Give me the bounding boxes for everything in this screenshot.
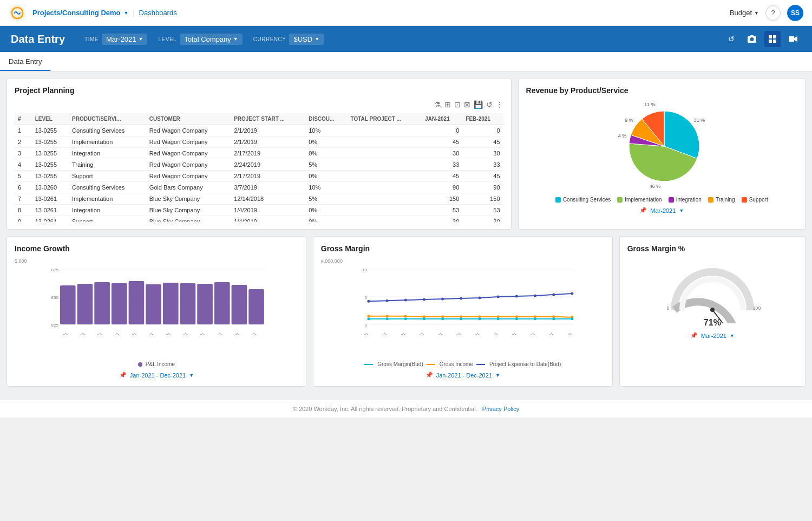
revenue-date-filter[interactable]: 📌 Mar-2021 ▼ [639, 207, 684, 214]
table-cell: 8 [15, 205, 32, 216]
pct-date-caret: ▼ [730, 333, 735, 338]
gross-margin-legend: Gross Margin(Bud)Gross IncomeProject Exp… [321, 361, 605, 367]
time-filter-value: Mar-2021 [106, 35, 136, 43]
table-cell: 45 [422, 136, 462, 148]
income-bar[interactable] [77, 284, 93, 324]
gross-margin-pct-card: Gross Margin % 020406080100 71% 📌 Mar-20… [619, 236, 806, 387]
tab-data-entry[interactable]: Data Entry [0, 52, 50, 71]
line-dot [552, 317, 555, 320]
legend-color [669, 197, 674, 203]
gross-y-label: 0 [364, 323, 367, 328]
income-bar[interactable] [214, 282, 230, 324]
income-bar[interactable] [112, 283, 127, 324]
table-cell: Red Wagon Company [146, 148, 231, 159]
table-row[interactable]: 713-0261ImplementationBlue Sky Company12… [15, 193, 503, 205]
export-icon[interactable]: ⊡ [454, 100, 461, 109]
privacy-policy-link[interactable]: Privacy Policy [482, 406, 519, 412]
brand-dropdown-icon[interactable]: ▼ [124, 10, 129, 16]
income-date-filter[interactable]: 📌 Jan-2021 - Dec-2021 ▼ [15, 372, 298, 379]
income-bar[interactable] [146, 284, 161, 324]
save-icon[interactable]: 💾 [474, 100, 483, 109]
table-cell: 53 [422, 205, 462, 216]
grid-view-button[interactable] [764, 31, 781, 47]
help-button[interactable]: ? [765, 5, 781, 21]
income-bar[interactable] [60, 285, 76, 324]
user-avatar[interactable]: SS [787, 5, 803, 21]
gross-legend-item: Gross Margin(Bud) [364, 361, 423, 367]
x-axis-label: Nov 2021 [225, 331, 240, 335]
table-cell: 90 [422, 182, 462, 193]
refresh-button[interactable]: ↺ [723, 31, 739, 47]
table-cell: Support [69, 171, 146, 182]
table-cell: 12/14/2018 [231, 193, 305, 205]
currency-filter-caret: ▼ [315, 36, 319, 42]
income-bar[interactable] [197, 284, 213, 324]
line-dot [571, 317, 573, 320]
gross-margin-date-filter[interactable]: 📌 Jan-2021 - Dec-2021 ▼ [321, 372, 605, 379]
level-filter-dropdown[interactable]: Total Company ▼ [180, 34, 243, 45]
table-scroll-area[interactable]: #LEVELPRODUCT/SERVI...CUSTOMERPROJECT ST… [15, 113, 503, 222]
level-filter-group: LEVEL Total Company ▼ [158, 34, 242, 45]
income-bar[interactable] [94, 282, 110, 324]
dashboards-link[interactable]: Dashboards [139, 9, 177, 17]
gross-margin-pct-title: Gross Margin % [627, 244, 797, 253]
table-cell: 33 [422, 159, 462, 171]
svg-rect-1 [769, 35, 772, 38]
income-bar[interactable] [180, 283, 196, 324]
income-bar[interactable] [163, 283, 179, 324]
table-cell: 2/24/2019 [231, 159, 305, 171]
income-bar[interactable] [248, 289, 264, 324]
x-axis-label: Jun 2021 [140, 331, 154, 335]
table-header-cell: PROJECT START ... [231, 113, 305, 125]
import-icon[interactable]: ⊠ [464, 100, 470, 109]
legend-color [555, 197, 561, 203]
table-row[interactable]: 813-0261IntegrationBlue Sky Company1/4/2… [15, 205, 503, 216]
legend-text: Consulting Services [563, 197, 611, 203]
brand-name: Projects/Consulting Demo [32, 9, 121, 17]
video-button[interactable] [785, 31, 801, 47]
workday-logo[interactable] [9, 4, 26, 22]
more-icon[interactable]: ⋮ [496, 100, 503, 109]
table-cell: Training [69, 159, 146, 171]
filter2-icon[interactable]: ⊞ [444, 100, 451, 109]
currency-filter-dropdown[interactable]: $USD ▼ [289, 34, 324, 45]
project-table: #LEVELPRODUCT/SERVI...CUSTOMERPROJECT ST… [15, 113, 503, 222]
table-row[interactable]: 413-0255TrainingRed Wagon Company2/24/20… [15, 159, 503, 171]
legend-color [708, 197, 713, 203]
table-row[interactable]: 513-0255SupportRed Wagon Company2/17/201… [15, 171, 503, 182]
gauge-value: 71% [704, 318, 721, 328]
income-bar[interactable] [129, 281, 145, 324]
gross-pct-date-filter[interactable]: 📌 Mar-2021 ▼ [627, 332, 797, 339]
table-cell: 2/1/2019 [231, 136, 305, 148]
table-cell: 13-0261 [32, 193, 69, 205]
table-row[interactable]: 213-0255ImplementationRed Wagon Company2… [15, 136, 503, 148]
project-planning-card: Project Planning ⚗ ⊞ ⊡ ⊠ 💾 ↺ ⋮ #LEVELPRO… [6, 78, 512, 230]
time-filter-dropdown[interactable]: Mar-2021 ▼ [102, 34, 148, 45]
gross-date-caret: ▼ [495, 373, 500, 378]
table-row[interactable]: 113-0255Consulting ServicesRed Wagon Com… [15, 125, 503, 136]
table-row[interactable]: 613-0260Consulting ServicesGold Bars Com… [15, 182, 503, 193]
revenue-date-value: Mar-2021 [650, 207, 676, 214]
x-axis-label: Apr 2021 [106, 331, 120, 335]
help-icon: ? [771, 9, 775, 17]
table-cell: 13-0255 [32, 148, 69, 159]
legend-text: Gross Margin(Bud) [377, 361, 423, 367]
table-cell: Integration [69, 148, 146, 159]
brand-nav[interactable]: Projects/Consulting Demo ▼ [32, 9, 128, 17]
camera-button[interactable] [744, 31, 760, 47]
x-axis-label: Mar 2021 [88, 331, 102, 335]
table-cell: Support [69, 216, 146, 222]
table-cell: 13-0261 [32, 216, 69, 222]
budget-menu[interactable]: Budget ▼ [730, 9, 759, 17]
table-cell: Blue Sky Company [146, 193, 231, 205]
pie-label: 31 % [694, 118, 705, 123]
table-row[interactable]: 913-0261SupportBlue Sky Company1/4/20190… [15, 216, 503, 222]
income-bar[interactable] [232, 285, 247, 324]
table-cell: 0% [305, 216, 347, 222]
gross-pin-icon: 📌 [425, 372, 433, 379]
filter-icon[interactable]: ⚗ [434, 100, 441, 109]
table-cell: Blue Sky Company [146, 205, 231, 216]
x-axis-label: Jul 2021 [158, 331, 171, 335]
table-row[interactable]: 313-0255IntegrationRed Wagon Company2/17… [15, 148, 503, 159]
refresh2-icon[interactable]: ↺ [486, 100, 493, 109]
